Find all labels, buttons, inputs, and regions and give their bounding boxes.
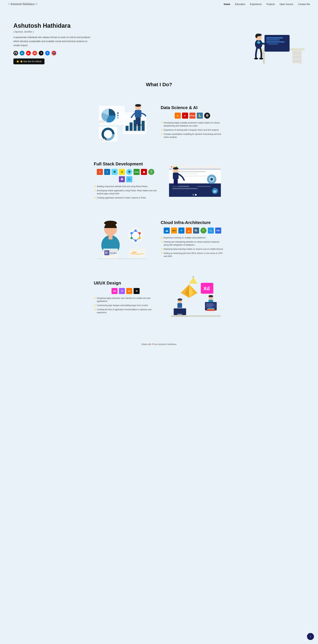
svg-text:Xd: Xd	[203, 286, 210, 291]
svg-rect-6	[292, 60, 301, 63]
html-badge: 5	[97, 169, 103, 175]
youtube-icon[interactable]: ▶	[26, 51, 31, 56]
svg-point-87	[130, 237, 133, 239]
linkedin-icon[interactable]: in	[20, 51, 25, 56]
svg-rect-24	[117, 115, 119, 116]
github-btn-label: ⭐ Star Me On Github	[20, 60, 42, 63]
mongo-badge: 🍃	[148, 169, 154, 175]
svg-point-73	[104, 221, 117, 225]
svg-point-47	[171, 166, 172, 168]
flutter-badge: 🐦	[126, 176, 132, 182]
npm-badge: ▣	[141, 169, 147, 175]
footer: Made with ❤ by Ashutosh Hathidara	[0, 340, 318, 349]
nav-link-contact-me[interactable]: Contact Me	[298, 3, 310, 6]
svg-point-89	[134, 230, 137, 232]
twitter-icon[interactable]: 𝕏	[39, 51, 44, 56]
svg-rect-57	[172, 188, 197, 189]
uiux-point-2: Customizing logo designs and building lo…	[94, 304, 157, 307]
nav-link-home[interactable]: Home	[224, 3, 230, 6]
svg-rect-94	[177, 303, 182, 308]
fs-point-3: Creating application backend in Node, Ex…	[94, 196, 157, 199]
skill-content-fullstack: Full Stack Development 5 3 ⚛ JS ⚛ node ▣…	[94, 162, 157, 200]
fullstack-icons: 5 3 ⚛ JS ⚛ node ▣ 🍃 ♻ 🐦	[94, 169, 157, 182]
svg-text:heroku: heroku	[110, 252, 117, 254]
cloud-k8s-badge: K8s	[215, 228, 221, 234]
nav-links: HomeEducationExperienceProjectsOpen Sour…	[224, 3, 310, 6]
instagram-icon[interactable]: 📷	[52, 51, 56, 56]
ds-point-2: Experience of working with Computer Visi…	[161, 128, 224, 132]
cloud-azure-badge: ☁	[164, 228, 170, 234]
hero-description: A passionate individual who always thriv…	[13, 36, 94, 47]
keras-badge: K	[182, 112, 188, 118]
svg-rect-109	[208, 308, 214, 309]
svg-rect-12	[266, 42, 284, 42]
skill-content-cloud: Cloud Infra-Architecture ☁ aws A 🔥 🐘 🍀 🐳…	[161, 220, 224, 259]
cloud-mongo-badge: 🍀	[200, 228, 206, 234]
uiux-illustration: Xd	[167, 276, 224, 320]
svg-point-100	[208, 295, 213, 297]
uiux-point-3: Creating the flow of application functio…	[94, 308, 157, 314]
what-section: What I Do?	[0, 75, 318, 340]
fullstack-illustration	[167, 159, 224, 203]
svg-point-18	[254, 58, 258, 60]
github-icon[interactable]	[13, 51, 18, 56]
hero-name: Ashutosh Hathidara	[13, 22, 94, 29]
cloud-icons: ☁ aws A 🔥 🐘 🍀 🐳 K8s	[161, 228, 224, 234]
facebook-icon[interactable]: f	[45, 51, 50, 56]
svg-point-68	[173, 167, 178, 170]
svg-rect-106	[206, 306, 212, 307]
skill-row-cloud: H heroku aws	[0, 213, 318, 266]
svg-rect-104	[206, 304, 213, 304]
cloud-point-3: Deploying deep learning models on cloud …	[161, 248, 224, 250]
svg-point-41	[135, 104, 141, 107]
fullstack-title: Full Stack Development	[94, 162, 157, 166]
svg-rect-11	[266, 40, 279, 40]
tensorflow-badge: 🤗	[175, 112, 181, 118]
svg-rect-35	[130, 122, 133, 131]
svg-point-88	[130, 232, 133, 234]
css-badge: 3	[104, 169, 110, 175]
svg-rect-107	[207, 310, 215, 311]
nav-link-open-source[interactable]: Open Source	[279, 3, 293, 6]
svg-point-85	[138, 232, 141, 234]
social-icons: in ▶ G 𝕏 f 📷	[13, 51, 94, 56]
svg-rect-27	[99, 122, 105, 123]
uiux-points: Designing highly attractive user interfa…	[94, 297, 157, 314]
svg-rect-23	[117, 112, 119, 114]
google-icon[interactable]: G	[33, 51, 37, 56]
nav-link-projects[interactable]: Projects	[266, 3, 275, 6]
pytorch-badge: PyTorch	[189, 112, 195, 118]
svg-point-63	[210, 178, 213, 180]
skill-row-data-science: Data Science & AI 🤗 K PyTorch 🐍 ⚙ Develo…	[0, 96, 318, 149]
cloud-azure2-badge: A	[178, 228, 184, 234]
svg-rect-25	[117, 117, 119, 118]
nav-link-experience[interactable]: Experience	[250, 3, 262, 6]
colab-badge: ⚙	[204, 112, 210, 118]
skill-row-fullstack: Full Stack Development 5 3 ⚛ JS ⚛ node ▣…	[0, 154, 318, 208]
fs-point-2: Developing mobile applications using Flu…	[94, 189, 157, 195]
data-science-points: Developing highly scalable production re…	[161, 121, 224, 139]
svg-point-86	[138, 237, 141, 239]
cloud-point-1: Experience working on multiple cloud pla…	[161, 236, 224, 239]
hero-illustration	[251, 18, 305, 68]
ds-point-1: Developing highly scalable production re…	[161, 121, 224, 127]
svg-rect-110	[171, 316, 221, 317]
svg-rect-98	[177, 314, 182, 315]
svg-rect-26	[99, 121, 107, 122]
reactnative-badge: ⚛	[126, 169, 132, 175]
svg-rect-105	[206, 305, 215, 306]
hero-left: Ashutosh Hathidara ( layman_brother ) A …	[13, 22, 94, 64]
cloud-aws-badge: aws	[171, 228, 177, 234]
hero-username: ( layman_brother )	[13, 30, 94, 33]
data-science-illustration	[94, 101, 151, 144]
star-github-button[interactable]: ⭐ ⭐ Star Me On Github	[13, 58, 45, 64]
cloud-title: Cloud Infra-Architecture	[161, 220, 224, 225]
svg-rect-42	[135, 110, 141, 118]
uiux-title: UI/UX Design	[94, 280, 157, 286]
svg-rect-31	[99, 139, 106, 140]
nav-logo[interactable]: < Ashutosh Hathidara />	[8, 2, 38, 6]
node-badge: node	[134, 169, 140, 175]
nav-link-education[interactable]: Education	[235, 3, 245, 6]
svg-rect-10	[266, 38, 283, 38]
svg-point-90	[134, 240, 137, 242]
